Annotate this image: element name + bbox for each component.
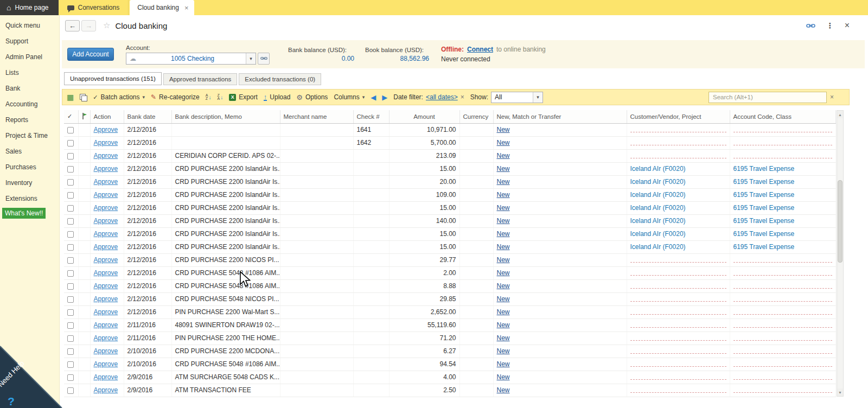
account-code-cell[interactable]: 6195 Travel Expense [730, 162, 835, 175]
export-button[interactable]: X Export [229, 93, 258, 101]
table-row[interactable]: Approve 2/12/2016 CRD PURCHASE 2200 Isla… [64, 214, 835, 227]
table-row[interactable]: Approve 2/12/2016 PIN PURCHASE 2200 Wal-… [64, 305, 835, 318]
approve-link[interactable]: Approve [94, 295, 118, 303]
customer-cell[interactable]: Iceland AIr (F0020) [627, 188, 730, 201]
merchant-cell[interactable] [280, 149, 353, 162]
customer-cell[interactable] [627, 279, 730, 292]
row-checkbox[interactable] [67, 296, 74, 303]
sidebar-item[interactable]: Bank [0, 80, 59, 96]
description-cell[interactable]: CRD PURCHASE 5048 #1086 AIM... [171, 279, 280, 292]
copy-icon[interactable] [80, 94, 87, 101]
tab-unapproved-transactions[interactable]: Unapproved transactions (151) [64, 72, 162, 85]
search-input[interactable] [709, 92, 827, 103]
approve-link[interactable]: Approve [94, 334, 118, 342]
approve-link[interactable]: Approve [94, 191, 118, 199]
scroll-down-button[interactable]: ▼ [837, 388, 843, 396]
description-cell[interactable] [171, 123, 280, 136]
row-checkbox[interactable] [67, 257, 74, 264]
description-cell[interactable]: PIN PURCHASE 2200 THE HOME... [171, 331, 280, 345]
table-row[interactable]: Approve 2/12/2016 CRD PURCHASE 2200 Isla… [64, 188, 835, 201]
column-header-account[interactable]: Account Code, Class [730, 110, 835, 123]
approve-link[interactable]: Approve [94, 347, 118, 355]
merchant-cell[interactable] [280, 345, 353, 358]
row-checkbox[interactable] [67, 283, 74, 290]
open-account-link-button[interactable] [258, 53, 270, 65]
customer-cell[interactable]: Iceland AIr (F0020) [627, 175, 730, 188]
customer-cell[interactable]: Iceland AIr (F0020) [627, 240, 730, 253]
table-row[interactable]: Approve 2/12/2016 CRD PURCHASE 2200 NICO… [64, 253, 835, 266]
match-link[interactable]: New [497, 217, 510, 225]
row-checkbox[interactable] [67, 127, 74, 133]
approve-link[interactable]: Approve [94, 152, 118, 160]
column-header-match[interactable]: New, Match or Transfer [493, 110, 627, 123]
row-checkbox[interactable] [67, 244, 74, 251]
row-checkbox[interactable] [67, 140, 74, 146]
clear-date-filter-icon[interactable]: × [461, 93, 464, 101]
customer-cell[interactable] [627, 345, 730, 358]
tab-conversations[interactable]: Conversations [59, 0, 129, 15]
match-link[interactable]: New [497, 386, 510, 394]
account-code-cell[interactable] [730, 318, 835, 331]
sidebar-item[interactable]: Reports [0, 112, 59, 127]
customer-cell[interactable] [627, 318, 730, 331]
match-link[interactable]: New [497, 308, 510, 316]
merchant-cell[interactable] [280, 136, 353, 149]
approve-link[interactable]: Approve [94, 126, 118, 133]
get-link-icon[interactable] [806, 23, 815, 29]
match-link[interactable]: New [497, 295, 510, 303]
match-link[interactable]: New [497, 139, 510, 146]
sidebar-item[interactable]: Extensions [0, 190, 59, 206]
match-link[interactable]: New [497, 269, 510, 277]
table-row[interactable]: Approve 2/12/2016 CRD PURCHASE 2200 Isla… [64, 227, 835, 240]
whats-new-badge[interactable]: What's New!! [2, 208, 46, 219]
sidebar-item[interactable]: Quick menu [0, 17, 59, 33]
favorite-star-icon[interactable]: ☆ [103, 21, 110, 30]
grid-settings-icon[interactable]: ▦ [67, 93, 74, 101]
account-code-cell[interactable] [730, 345, 835, 358]
match-link[interactable]: New [497, 165, 510, 173]
row-checkbox[interactable] [67, 335, 74, 342]
scroll-up-button[interactable]: ▲ [837, 111, 843, 118]
customer-cell[interactable] [627, 149, 730, 162]
tab-approved-transactions[interactable]: Approved transactions [163, 73, 237, 85]
customer-cell[interactable] [627, 292, 730, 305]
merchant-cell[interactable] [280, 371, 353, 384]
account-code-cell[interactable]: 6195 Travel Expense [730, 227, 835, 240]
account-code-cell[interactable] [730, 371, 835, 384]
table-row[interactable]: Approve 2/11/2016 48091 SWINERTON DRAW19… [64, 318, 835, 331]
add-account-button[interactable]: Add Account [67, 48, 114, 61]
tab-cloud-banking[interactable]: Cloud banking × [130, 0, 194, 15]
row-checkbox[interactable] [67, 166, 74, 173]
table-row[interactable]: Approve 2/12/2016 CRD PURCHASE 2200 Isla… [64, 240, 835, 253]
merchant-cell[interactable] [280, 227, 353, 240]
sidebar-item[interactable]: Support [0, 33, 59, 49]
sort-ascending-button[interactable]: AZ ↓ [206, 94, 212, 100]
match-link[interactable]: New [497, 334, 510, 342]
sidebar-item[interactable]: Inventory [0, 175, 59, 190]
merchant-cell[interactable] [280, 279, 353, 292]
row-checkbox[interactable] [67, 179, 74, 186]
merchant-cell[interactable] [280, 201, 353, 214]
merchant-cell[interactable] [280, 162, 353, 175]
merchant-cell[interactable] [280, 318, 353, 331]
description-cell[interactable]: CRD PURCHASE 5048 #1086 AIM... [171, 266, 280, 279]
table-row[interactable]: Approve 2/11/2016 PIN PURCHASE 2200 THE … [64, 331, 835, 345]
row-checkbox[interactable] [67, 374, 74, 381]
table-row[interactable]: Approve 2/12/2016 CERIDIAN CORP CERID. A… [64, 149, 835, 162]
row-checkbox[interactable] [67, 270, 74, 277]
customer-cell[interactable] [627, 123, 730, 136]
batch-actions-button[interactable]: ✓ Batch actions ▾ [93, 93, 145, 101]
merchant-cell[interactable] [280, 253, 353, 266]
close-page-icon[interactable]: × [845, 21, 850, 30]
description-cell[interactable]: CRD PURCHASE 2200 IslandAir Is... [171, 240, 280, 253]
table-row[interactable]: Approve 2/9/2016 ATM SURCHARGE 5048 CADS… [64, 371, 835, 384]
account-code-cell[interactable] [730, 149, 835, 162]
previous-page-icon[interactable]: ◀ [371, 93, 376, 101]
row-checkbox[interactable] [67, 205, 74, 212]
account-dropdown-icon[interactable]: ▾ [246, 53, 256, 64]
row-checkbox[interactable] [67, 192, 74, 199]
account-code-cell[interactable] [730, 123, 835, 136]
customer-cell[interactable]: Iceland AIr (F0020) [627, 227, 730, 240]
help-question-icon[interactable]: ? [8, 395, 15, 408]
merchant-cell[interactable] [280, 384, 353, 397]
